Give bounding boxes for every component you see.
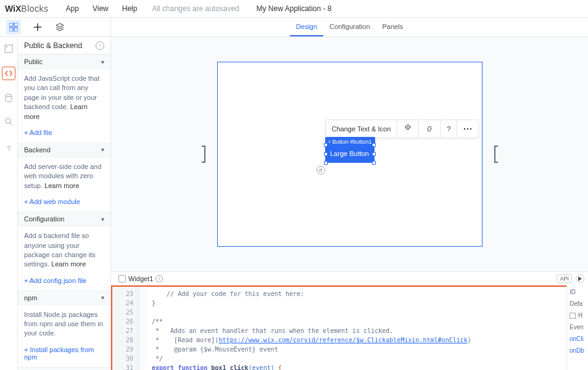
code-tab-bar: Widget1 i API — [111, 272, 588, 286]
public-desc: Add JavaScript code that you can call fr… — [24, 75, 99, 110]
more-icon[interactable] — [457, 120, 478, 138]
widgets-icon[interactable] — [6, 20, 21, 35]
line-gutter: 23 24 25 26 27 28 29 30 31 32 33 34 — [112, 287, 137, 370]
tab-configuration[interactable]: Configuration — [323, 18, 376, 36]
help-icon[interactable]: ? — [3, 143, 14, 154]
properties-panel: ID Defa H Even onCli onDb — [566, 285, 588, 370]
checkbox-icon[interactable] — [569, 313, 576, 319]
info-icon[interactable]: i — [155, 275, 163, 282]
chevron-down-icon: ▾ — [101, 146, 104, 153]
code-panel: Widget1 i API 23 24 25 26 27 28 29 30 31… — [111, 271, 588, 370]
code-tab-label: Widget1 — [128, 275, 153, 282]
design-icon[interactable] — [397, 120, 418, 138]
svg-rect-3 — [14, 28, 18, 31]
link-icon[interactable] — [418, 120, 440, 138]
svg-point-6 — [6, 94, 12, 97]
svg-rect-4 — [5, 45, 12, 52]
add-icon[interactable] — [32, 22, 43, 33]
resize-handle[interactable] — [324, 143, 328, 147]
chevron-down-icon: ▾ — [101, 216, 104, 223]
resize-bracket-right[interactable] — [494, 146, 498, 163]
panel-title-row: Public & Backend i — [18, 37, 110, 54]
install-npm[interactable]: + Install packages from npm — [18, 343, 110, 367]
event-ondblclick[interactable]: onDb — [569, 347, 586, 354]
resize-handle[interactable] — [324, 161, 328, 165]
section-npm-label: npm — [24, 294, 37, 302]
top-bar: WiXBlocks App View Help All changes are … — [0, 0, 588, 18]
resize-handle[interactable] — [372, 161, 376, 165]
large-button[interactable]: Large Button — [325, 144, 375, 163]
selection-toolbar: Change Text & Icon ? — [325, 120, 479, 138]
search-icon[interactable] — [3, 116, 14, 127]
layers-icon[interactable] — [54, 22, 65, 33]
add-public-file[interactable]: + Add file — [18, 126, 110, 142]
event-onclick[interactable]: onCli — [569, 335, 586, 342]
tab-panels[interactable]: Panels — [376, 18, 410, 36]
menu-app[interactable]: App — [66, 4, 79, 13]
svg-point-10 — [407, 126, 408, 128]
line-number: 27 — [112, 326, 133, 335]
section-backend-body: Add server-side code and web modules wit… — [18, 157, 110, 195]
history-icon[interactable]: ↺ — [317, 166, 325, 175]
code-editor[interactable]: 23 24 25 26 27 28 29 30 31 32 33 34 // A… — [111, 286, 588, 370]
code-icon[interactable] — [2, 67, 15, 80]
section-config-header[interactable]: Configuration ▾ — [18, 212, 110, 226]
help-popup-icon[interactable]: ? — [440, 120, 457, 138]
prop-hidden-label: H — [578, 312, 582, 319]
left-rail: ? — [0, 37, 18, 370]
tab-design[interactable]: Design — [290, 18, 323, 36]
backend-learn-more[interactable]: Learn more — [44, 182, 79, 189]
chevron-down-icon: ▾ — [101, 59, 104, 65]
line-number: 31 — [112, 363, 133, 370]
widget-stage[interactable]: Change Text & Icon ? Button #button1 Lar… — [217, 62, 482, 247]
svg-point-11 — [464, 128, 465, 130]
section-public-header[interactable]: Public ▾ — [18, 54, 110, 69]
section-public-body: Add JavaScript code that you can call fr… — [18, 69, 110, 126]
database-icon[interactable] — [3, 92, 14, 104]
line-number: 30 — [112, 354, 133, 363]
main-menu: App View Help — [66, 4, 138, 13]
autosave-status: All changes are autosaved — [152, 4, 239, 13]
resize-handle[interactable] — [372, 143, 376, 147]
menu-view[interactable]: View — [93, 4, 109, 13]
section-npm-body: Install Node.js packages from npm and us… — [18, 305, 110, 343]
code-content[interactable]: // Add your code for this event here: } … — [148, 287, 588, 370]
menu-help[interactable]: Help — [122, 4, 138, 13]
code-tab-widget1[interactable]: Widget1 i — [115, 274, 167, 284]
svg-rect-1 — [14, 23, 18, 27]
design-canvas[interactable]: Change Text & Icon ? Button #button1 Lar… — [111, 37, 588, 271]
panel-title: Public & Backend — [24, 41, 82, 50]
line-number: 28 — [112, 335, 133, 345]
svg-point-12 — [467, 128, 468, 130]
resize-handle[interactable] — [372, 152, 376, 156]
run-icon[interactable] — [576, 274, 584, 283]
page-icon — [118, 275, 126, 282]
svg-point-7 — [6, 118, 10, 123]
line-number: 25 — [112, 308, 133, 317]
section-npm-header[interactable]: npm ▾ — [18, 290, 110, 305]
config-learn-more[interactable]: Learn more — [51, 260, 86, 268]
resize-handle[interactable] — [324, 152, 328, 156]
logo: WiXBlocks — [5, 4, 49, 14]
section-config-label: Configuration — [24, 215, 64, 223]
add-web-module[interactable]: + Add web module — [18, 195, 110, 212]
prop-hidden-row[interactable]: H — [569, 312, 586, 319]
line-number: 24 — [112, 298, 133, 308]
resize-bracket-left[interactable] — [202, 146, 205, 163]
chevron-down-icon: ▾ — [101, 294, 104, 301]
section-readme-header[interactable]: README — [18, 367, 110, 370]
prop-default-label: Defa — [569, 300, 586, 307]
section-public-label: Public — [24, 58, 43, 65]
line-number: 23 — [112, 289, 133, 298]
mode-tabs-wrap: Design Configuration Panels — [111, 18, 588, 36]
svg-point-5 — [6, 46, 7, 47]
page-icon[interactable] — [3, 43, 14, 54]
svg-point-13 — [470, 128, 471, 130]
change-text-icon-button[interactable]: Change Text & Icon — [326, 120, 397, 138]
api-button[interactable]: API — [557, 274, 572, 283]
add-config-file[interactable]: + Add config.json file — [18, 274, 110, 290]
line-number: 29 — [112, 345, 133, 354]
section-backend-header[interactable]: Backend ▾ — [18, 142, 110, 157]
logo-main: WiX — [5, 4, 21, 14]
panel-info-icon[interactable]: i — [96, 41, 104, 50]
